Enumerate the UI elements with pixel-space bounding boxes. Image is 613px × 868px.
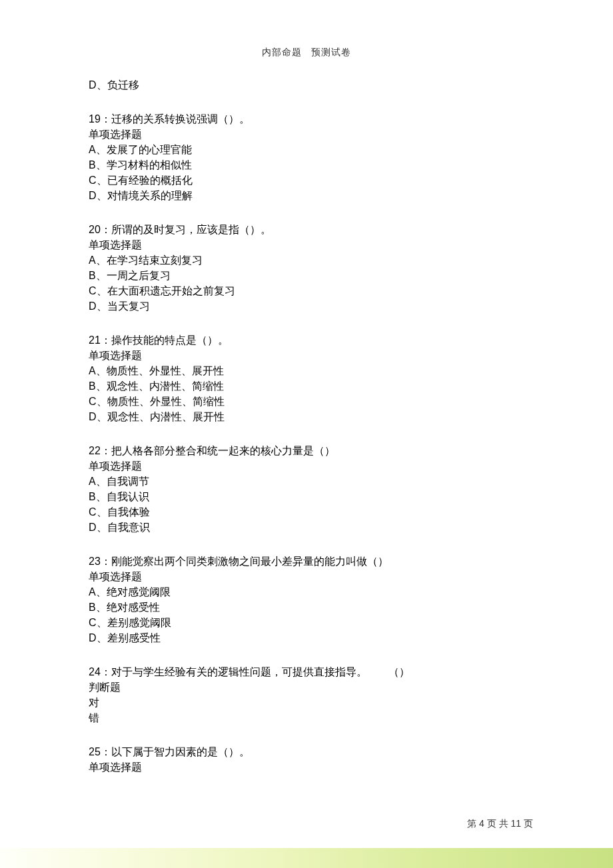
- question-19: 19：迁移的关系转换说强调（）。 单项选择题 A、发展了的心理官能 B、学习材料…: [89, 111, 528, 203]
- option-b: B、自我认识: [89, 489, 528, 504]
- option-d: D、对情境关系的理解: [89, 188, 528, 203]
- question-stem: 19：迁移的关系转换说强调（）。: [89, 111, 528, 127]
- option-a: A、物质性、外显性、展开性: [89, 363, 528, 378]
- orphan-option-block: D、负迁移: [89, 77, 528, 93]
- option-a: A、自我调节: [89, 474, 528, 489]
- question-stem: 22：把人格各部分整合和统一起来的核心力量是（）: [89, 443, 528, 458]
- question-stem: 20：所谓的及时复习，应该是指（）。: [89, 222, 528, 237]
- option-true: 对: [89, 695, 528, 710]
- header-right: 预测试卷: [311, 47, 351, 57]
- page-number: 第 4 页 共 11 页: [467, 818, 533, 829]
- option-d: D、差别感受性: [89, 630, 528, 646]
- page-footer: 第 4 页 共 11 页: [467, 818, 533, 830]
- question-23: 23：刚能觉察出两个同类刺激物之间最小差异量的能力叫做（） 单项选择题 A、绝对…: [89, 554, 528, 646]
- question-20: 20：所谓的及时复习，应该是指（）。 单项选择题 A、在学习结束立刻复习 B、一…: [89, 222, 528, 314]
- question-type: 单项选择题: [89, 569, 528, 584]
- question-22: 22：把人格各部分整合和统一起来的核心力量是（） 单项选择题 A、自我调节 B、…: [89, 443, 528, 535]
- question-type: 判断题: [89, 679, 528, 695]
- page: 内部命题预测试卷 D、负迁移 19：迁移的关系转换说强调（）。 单项选择题 A、…: [0, 0, 613, 868]
- option-c: C、已有经验的概括化: [89, 173, 528, 188]
- question-type: 单项选择题: [89, 458, 528, 474]
- option-c: C、在大面积遗忘开始之前复习: [89, 283, 528, 298]
- option-a: A、绝对感觉阈限: [89, 584, 528, 600]
- option-b: B、一周之后复习: [89, 268, 528, 283]
- question-type: 单项选择题: [89, 127, 528, 142]
- option-c: C、自我体验: [89, 504, 528, 520]
- option-b: B、绝对感受性: [89, 600, 528, 615]
- option-false: 错: [89, 710, 528, 725]
- question-24: 24：对于与学生经验有关的逻辑性问题，可提供直接指导。 （） 判断题 对 错: [89, 664, 528, 725]
- option-c: C、差别感觉阈限: [89, 615, 528, 630]
- question-25: 25：以下属于智力因素的是（）。 单项选择题: [89, 744, 528, 775]
- option-b: B、观念性、内潜性、简缩性: [89, 378, 528, 394]
- page-header: 内部命题预测试卷: [0, 47, 613, 59]
- question-stem: 21：操作技能的特点是（）。: [89, 332, 528, 348]
- option-d: D、观念性、内潜性、展开性: [89, 409, 528, 424]
- question-stem: 24：对于与学生经验有关的逻辑性问题，可提供直接指导。 （）: [89, 664, 528, 679]
- decorative-strip: [0, 848, 613, 868]
- content: D、负迁移 19：迁移的关系转换说强调（）。 单项选择题 A、发展了的心理官能 …: [89, 77, 528, 775]
- option-d: D、自我意识: [89, 520, 528, 535]
- option-a: A、在学习结束立刻复习: [89, 252, 528, 268]
- option-c: C、物质性、外显性、简缩性: [89, 394, 528, 409]
- question-type: 单项选择题: [89, 759, 528, 775]
- question-stem: 23：刚能觉察出两个同类刺激物之间最小差异量的能力叫做（）: [89, 554, 528, 569]
- option-d: D、当天复习: [89, 298, 528, 314]
- header-left: 内部命题: [262, 47, 302, 57]
- option-b: B、学习材料的相似性: [89, 157, 528, 173]
- question-21: 21：操作技能的特点是（）。 单项选择题 A、物质性、外显性、展开性 B、观念性…: [89, 332, 528, 424]
- option-d: D、负迁移: [89, 77, 528, 93]
- question-type: 单项选择题: [89, 348, 528, 363]
- question-stem: 25：以下属于智力因素的是（）。: [89, 744, 528, 759]
- option-a: A、发展了的心理官能: [89, 142, 528, 157]
- question-type: 单项选择题: [89, 237, 528, 252]
